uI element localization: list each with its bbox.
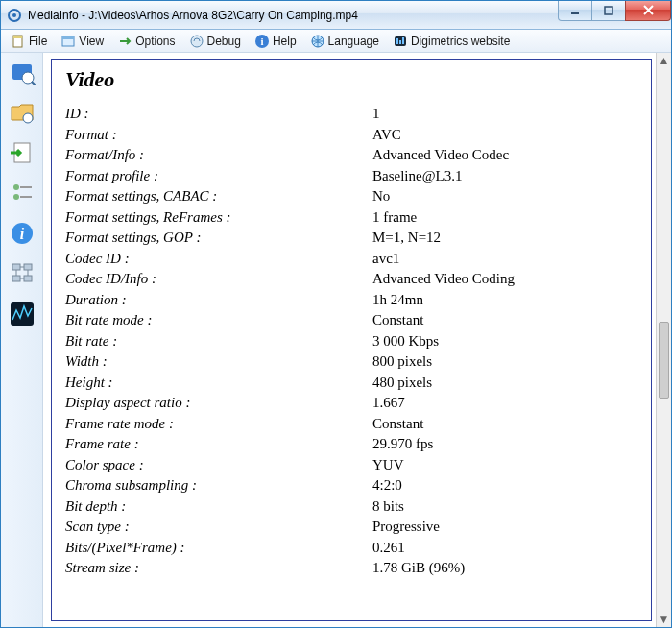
sidebar-settings[interactable]	[7, 178, 37, 208]
sidebar-open-folder[interactable]	[7, 97, 37, 128]
close-button[interactable]	[625, 1, 671, 21]
window-title: MediaInfo - J:\Videos\Arhos Arnova 8G2\C…	[28, 8, 559, 22]
info-row: Bit rate :3 000 Kbps	[65, 333, 637, 350]
info-key: Codec ID/Info :	[65, 271, 372, 287]
menu-language-label: Language	[328, 35, 379, 48]
info-row: Codec ID/Info :Advanced Video Coding	[65, 271, 637, 287]
info-row: Bits/(Pixel*Frame) :0.261	[65, 540, 637, 556]
info-value: Baseline@L3.1	[372, 168, 637, 184]
info-value: AVC	[372, 127, 637, 143]
svg-rect-5	[13, 36, 22, 38]
section-title: Video	[65, 67, 637, 92]
sidebar-export[interactable]	[7, 137, 37, 168]
info-row: Duration :1h 24mn	[65, 292, 637, 308]
svg-point-22	[13, 194, 19, 200]
info-row: Color space :YUV	[65, 457, 637, 473]
info-value: 8 bits	[372, 498, 637, 515]
menu-debug[interactable]: Debug	[183, 32, 247, 51]
info-value: 1.667	[372, 395, 637, 411]
titlebar: MediaInfo - J:\Videos\Arhos Arnova 8G2\C…	[1, 1, 671, 30]
minimize-button[interactable]	[558, 1, 592, 21]
info-value: 800 pixels	[372, 353, 637, 370]
menu-view-label: View	[79, 35, 104, 48]
menu-language[interactable]: Language	[304, 32, 385, 51]
sidebar-about[interactable]: i	[7, 218, 37, 249]
info-value: 0.261	[372, 540, 637, 556]
svg-rect-15	[402, 37, 404, 44]
info-value: avc1	[372, 251, 637, 267]
info-key: Frame rate mode :	[65, 416, 372, 432]
svg-text:i: i	[19, 226, 24, 242]
sidebar-tree-view[interactable]	[7, 258, 37, 289]
info-value: Progressive	[372, 519, 637, 535]
vertical-scrollbar[interactable]: ▲ ▼	[656, 53, 671, 627]
info-value: 4:2:0	[372, 477, 637, 494]
options-icon	[117, 34, 132, 49]
info-row: Format settings, GOP :M=1, N=12	[65, 229, 637, 246]
menu-help[interactable]: i Help	[249, 32, 302, 51]
menu-digimetrics-label: Digimetrics website	[411, 35, 510, 48]
sidebar-graph-view[interactable]	[7, 299, 37, 329]
info-row: Bit rate mode :Constant	[65, 312, 637, 328]
info-key: Width :	[65, 353, 372, 370]
info-value: 1h 24mn	[372, 292, 637, 308]
sidebar: i	[1, 53, 43, 627]
info-value: YUV	[372, 457, 637, 473]
info-value: Constant	[372, 312, 637, 328]
menu-options[interactable]: Options	[111, 32, 180, 51]
help-icon: i	[254, 34, 270, 49]
info-row: Frame rate :29.970 fps	[65, 436, 637, 452]
info-key: Format settings, CABAC :	[65, 188, 372, 205]
info-key: Color space :	[65, 457, 372, 473]
scroll-thumb[interactable]	[659, 322, 669, 399]
info-value: No	[372, 188, 637, 205]
maximize-button[interactable]	[591, 1, 626, 21]
svg-rect-21	[20, 186, 32, 188]
info-key: Frame rate :	[65, 436, 372, 452]
info-value: 1.78 GiB (96%)	[372, 560, 637, 576]
info-key: Bit rate mode :	[65, 312, 372, 328]
info-row: Width :800 pixels	[65, 353, 637, 370]
info-value: Advanced Video Coding	[372, 271, 637, 287]
info-key: Bit rate :	[65, 333, 372, 350]
info-value: 29.970 fps	[372, 436, 637, 452]
menu-help-label: Help	[273, 35, 297, 48]
menu-digimetrics[interactable]: Digimetrics website	[387, 32, 516, 51]
info-key: Stream size :	[65, 560, 372, 576]
info-row: Display aspect ratio :1.667	[65, 395, 637, 411]
sidebar-open-file[interactable]	[7, 57, 37, 87]
info-row: Codec ID :avc1	[65, 251, 637, 267]
svg-rect-28	[12, 276, 20, 281]
scroll-down-icon[interactable]: ▼	[657, 612, 671, 627]
svg-rect-26	[12, 264, 20, 270]
info-value: 3 000 Kbps	[372, 333, 637, 350]
info-value: Advanced Video Codec	[372, 147, 637, 163]
info-row: Format settings, ReFrames :1 frame	[65, 209, 637, 226]
info-row: Bit depth :8 bits	[65, 498, 637, 515]
info-key: Format :	[65, 127, 372, 143]
info-key: ID :	[65, 106, 372, 122]
file-icon	[11, 34, 26, 49]
info-key: Chroma subsampling :	[65, 477, 372, 494]
menu-view[interactable]: View	[55, 32, 109, 51]
menu-file[interactable]: File	[5, 32, 53, 51]
info-key: Format profile :	[65, 168, 372, 184]
scroll-up-icon[interactable]: ▲	[657, 53, 671, 68]
info-value: 1 frame	[372, 209, 637, 226]
info-row: Format/Info :Advanced Video Codec	[65, 147, 637, 163]
svg-point-18	[23, 113, 33, 123]
info-row: Scan type :Progressive	[65, 519, 637, 535]
info-key: Format/Info :	[65, 147, 372, 163]
language-icon	[310, 34, 325, 49]
svg-point-20	[13, 184, 19, 190]
info-panel: Video ID :1Format :AVCFormat/Info :Advan…	[51, 59, 652, 621]
info-row: Height :480 pixels	[65, 374, 637, 391]
menubar: File View Options Debug i Help Language	[1, 30, 671, 53]
info-row: Format settings, CABAC :No	[65, 188, 637, 205]
svg-point-1	[12, 13, 16, 17]
info-key: Bits/(Pixel*Frame) :	[65, 540, 372, 556]
info-value: 480 pixels	[372, 374, 637, 391]
info-key: Height :	[65, 374, 372, 391]
info-key: Display aspect ratio :	[65, 395, 372, 411]
app-icon	[7, 8, 22, 23]
